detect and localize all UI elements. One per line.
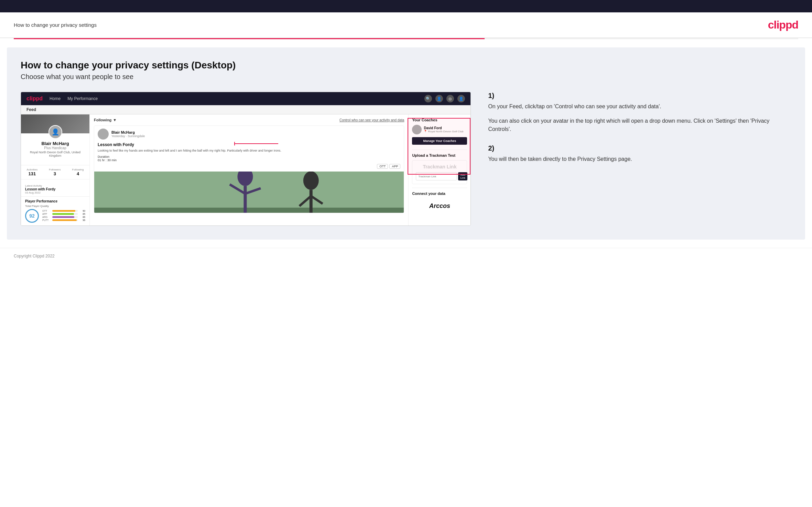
header: How to change your privacy settings clip…	[0, 12, 812, 38]
stat-activities-label: Activities	[27, 168, 38, 171]
user-icon[interactable]: 👤	[435, 95, 443, 102]
right-panel: Your Coaches David Ford 📍 Royal North De…	[409, 114, 470, 225]
manage-coaches-button[interactable]: Manage Your Coaches	[412, 137, 467, 145]
tag-ott: OTT	[377, 164, 388, 169]
feed-user-location: Yesterday · Sunningdale	[111, 134, 145, 138]
add-link-button[interactable]: Add Link	[458, 172, 467, 180]
arccos-logo: Arccos	[412, 198, 467, 214]
duration-label: Duration	[98, 155, 109, 158]
perf-row-putt: PUTT 96	[42, 219, 85, 221]
feed-item-duration: Duration 01 hr : 30 min	[94, 155, 404, 164]
quality-circle: 92	[25, 209, 39, 223]
stat-followers: Followers 3	[49, 168, 61, 176]
header-title: How to change your privacy settings	[14, 22, 97, 28]
main-content: How to change your privacy settings (Des…	[7, 47, 805, 240]
following-button[interactable]: Following ▼	[94, 118, 117, 122]
feed-user-info: Blair McHarg Yesterday · Sunningdale	[111, 130, 145, 138]
perf-body: 92 OTT 90 APP	[25, 209, 85, 223]
stat-following: Following 4	[72, 168, 84, 176]
stat-following-value: 4	[72, 171, 84, 176]
screenshot-container: clippd Home My Performance 🔍 👤 ◎ 👤 Feed …	[21, 92, 471, 226]
perf-bar-bg-putt	[52, 219, 78, 221]
perf-bar-putt	[52, 219, 77, 221]
perf-num-ott: 90	[79, 210, 85, 212]
profile-banner: 👤	[21, 114, 89, 133]
coaches-section: Your Coaches David Ford 📍 Royal North De…	[412, 118, 467, 145]
app-nav-logo: clippd	[26, 96, 43, 102]
stat-followers-label: Followers	[49, 168, 61, 171]
trackman-box: Trackman Link Add Link	[412, 160, 467, 184]
coach-name: David Ford	[424, 126, 463, 130]
perf-bar-bg-app	[52, 213, 78, 215]
feed-panel: Following ▼ Control who can see your act…	[90, 114, 409, 225]
trackman-title: Trackman Link	[416, 164, 463, 169]
copyright: Copyright Clippd 2022	[14, 254, 55, 258]
app-body: 👤 Blair McHarg Plus Handicap Royal North…	[21, 114, 470, 225]
connect-section: Connect your data Arccos	[412, 188, 467, 214]
feed-tab[interactable]: Feed	[21, 105, 470, 114]
content-layout: clippd Home My Performance 🔍 👤 ◎ 👤 Feed …	[21, 92, 791, 226]
perf-row-arg: ARG 86	[42, 216, 85, 218]
coach-club-name: Royal North Devon Golf Club	[428, 130, 463, 133]
accent-line	[14, 38, 798, 39]
perf-key-ott: OTT	[42, 210, 51, 212]
perf-row-app: APP 85	[42, 213, 85, 215]
perf-key-app: APP	[42, 213, 51, 215]
nav-home[interactable]: Home	[50, 96, 61, 101]
following-label: Following	[94, 118, 111, 122]
feed-item-title: Lesson with Fordy	[94, 142, 404, 148]
latest-date: 03 Aug 2022	[25, 191, 85, 194]
step1-extra: You can also click on your avatar in the…	[488, 117, 788, 133]
feed-tags: OTT APP	[94, 164, 404, 172]
coach-avatar	[412, 125, 422, 134]
stat-activities-value: 131	[27, 171, 38, 176]
latest-label: Latest Activity	[25, 184, 85, 187]
top-bar	[0, 0, 812, 12]
trackman-input[interactable]	[416, 172, 457, 180]
compass-icon[interactable]: ◎	[446, 95, 454, 102]
svg-point-3	[303, 172, 319, 190]
control-privacy-link[interactable]: Control who can see your activity and da…	[339, 118, 404, 122]
step1-number: 1)	[488, 92, 788, 100]
page-heading: How to change your privacy settings (Des…	[21, 60, 791, 71]
profile-stats: Activities 131 Followers 3 Following 4	[21, 165, 89, 179]
stat-following-label: Following	[72, 168, 84, 171]
coach-club: 📍 Royal North Devon Golf Club	[424, 130, 463, 133]
avatar-icon[interactable]: 👤	[457, 95, 465, 102]
instructions-panel: 1) On your Feed, click/tap on 'Control w…	[485, 92, 791, 174]
step2-text: You will then be taken directly to the P…	[488, 155, 788, 163]
search-icon[interactable]: 🔍	[424, 95, 432, 102]
perf-bar-app	[52, 213, 74, 215]
profile-avatar: 👤	[48, 125, 62, 139]
latest-name: Lesson with Fordy	[25, 187, 85, 191]
quality-label: Total Player Quality	[25, 205, 85, 208]
player-performance: Player Performance Total Player Quality …	[21, 196, 89, 225]
svg-rect-1	[94, 208, 404, 213]
perf-bar-arg	[52, 216, 74, 218]
feed-item-header: Blair McHarg Yesterday · Sunningdale	[94, 126, 404, 142]
upload-title: Upload a Trackman Test	[412, 153, 467, 157]
nav-my-performance[interactable]: My Performance	[67, 96, 98, 101]
perf-row-ott: OTT 90	[42, 210, 85, 212]
perf-bar-bg-ott	[52, 210, 78, 212]
perf-title: Player Performance	[25, 199, 85, 203]
profile-tag: Plus Handicap	[25, 146, 85, 150]
perf-num-arg: 86	[79, 216, 85, 218]
feed-item: Blair McHarg Yesterday · Sunningdale Les…	[94, 125, 404, 213]
golf-image-svg	[94, 172, 404, 213]
perf-bars: OTT 90 APP	[42, 210, 85, 222]
page-subheading: Choose what you want people to see	[21, 73, 791, 81]
step2-number: 2)	[488, 144, 788, 152]
coaches-title: Your Coaches	[412, 118, 467, 122]
app-nav: clippd Home My Performance 🔍 👤 ◎ 👤	[21, 92, 470, 105]
perf-num-putt: 96	[79, 219, 85, 221]
stat-followers-value: 3	[49, 171, 61, 176]
perf-key-putt: PUTT	[42, 219, 51, 221]
app-nav-right: 🔍 👤 ◎ 👤	[424, 95, 465, 102]
feed-image	[94, 172, 404, 213]
perf-key-arg: ARG	[42, 216, 51, 218]
feed-user-avatar	[98, 129, 109, 140]
profile-panel: 👤 Blair McHarg Plus Handicap Royal North…	[21, 114, 90, 225]
following-chevron: ▼	[113, 118, 117, 122]
step1-text: On your Feed, click/tap on 'Control who …	[488, 102, 788, 111]
